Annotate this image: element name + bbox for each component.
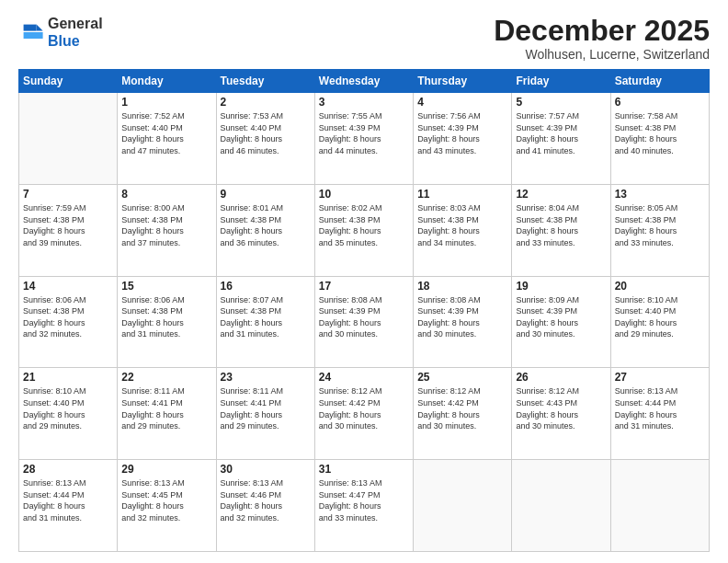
table-row: 8Sunrise: 8:00 AMSunset: 4:38 PMDaylight… — [118, 184, 216, 276]
header: General Blue December 2025 Wolhusen, Luc… — [18, 15, 710, 62]
day-info: Sunrise: 7:52 AMSunset: 4:40 PMDaylight:… — [121, 110, 211, 156]
table-row: 26Sunrise: 8:12 AMSunset: 4:43 PMDayligh… — [512, 368, 610, 460]
day-number: 13 — [615, 188, 705, 201]
day-info: Sunrise: 8:04 AMSunset: 4:38 PMDaylight:… — [516, 202, 606, 248]
calendar-week-row: 28Sunrise: 8:13 AMSunset: 4:44 PMDayligh… — [19, 460, 710, 552]
day-number: 16 — [221, 280, 311, 293]
table-row: 1Sunrise: 7:52 AMSunset: 4:40 PMDaylight… — [118, 93, 216, 185]
day-number: 8 — [121, 188, 211, 201]
table-row: 20Sunrise: 8:10 AMSunset: 4:40 PMDayligh… — [610, 276, 709, 368]
table-row: 23Sunrise: 8:11 AMSunset: 4:41 PMDayligh… — [216, 368, 314, 460]
day-info: Sunrise: 8:13 AMSunset: 4:44 PMDaylight:… — [615, 385, 705, 431]
day-number: 19 — [516, 280, 606, 293]
table-row: 4Sunrise: 7:56 AMSunset: 4:39 PMDaylight… — [414, 93, 512, 185]
day-number: 26 — [516, 371, 606, 384]
table-row — [19, 93, 118, 185]
table-row: 13Sunrise: 8:05 AMSunset: 4:38 PMDayligh… — [610, 184, 709, 276]
table-row: 17Sunrise: 8:08 AMSunset: 4:39 PMDayligh… — [314, 276, 413, 368]
day-info: Sunrise: 8:10 AMSunset: 4:40 PMDaylight:… — [615, 294, 705, 340]
day-number: 11 — [417, 188, 507, 201]
day-info: Sunrise: 8:13 AMSunset: 4:47 PMDaylight:… — [319, 477, 409, 523]
table-row: 14Sunrise: 8:06 AMSunset: 4:38 PMDayligh… — [19, 276, 118, 368]
col-friday: Friday — [512, 70, 610, 93]
day-number: 18 — [417, 280, 507, 293]
day-number: 2 — [221, 96, 311, 109]
day-number: 25 — [417, 371, 507, 384]
day-info: Sunrise: 8:11 AMSunset: 4:41 PMDaylight:… — [221, 385, 311, 431]
table-row: 9Sunrise: 8:01 AMSunset: 4:38 PMDaylight… — [216, 184, 314, 276]
day-info: Sunrise: 8:08 AMSunset: 4:39 PMDaylight:… — [319, 294, 409, 340]
location-subtitle: Wolhusen, Lucerne, Switzerland — [494, 47, 710, 62]
col-saturday: Saturday — [610, 70, 709, 93]
table-row: 10Sunrise: 8:02 AMSunset: 4:38 PMDayligh… — [314, 184, 413, 276]
table-row: 28Sunrise: 8:13 AMSunset: 4:44 PMDayligh… — [19, 460, 118, 552]
day-number: 29 — [121, 463, 211, 476]
day-number: 24 — [319, 371, 409, 384]
svg-rect-1 — [24, 25, 37, 31]
table-row: 19Sunrise: 8:09 AMSunset: 4:39 PMDayligh… — [512, 276, 610, 368]
calendar-week-row: 7Sunrise: 7:59 AMSunset: 4:38 PMDaylight… — [19, 184, 710, 276]
day-info: Sunrise: 8:13 AMSunset: 4:45 PMDaylight:… — [121, 477, 211, 523]
day-info: Sunrise: 7:58 AMSunset: 4:38 PMDaylight:… — [615, 110, 705, 156]
table-row: 7Sunrise: 7:59 AMSunset: 4:38 PMDaylight… — [19, 184, 118, 276]
day-number: 23 — [221, 371, 311, 384]
day-number: 4 — [417, 96, 507, 109]
logo: General Blue — [18, 15, 103, 50]
day-info: Sunrise: 8:02 AMSunset: 4:38 PMDaylight:… — [319, 202, 409, 248]
day-info: Sunrise: 8:12 AMSunset: 4:43 PMDaylight:… — [516, 385, 606, 431]
day-number: 28 — [23, 463, 113, 476]
day-number: 3 — [319, 96, 409, 109]
day-info: Sunrise: 7:57 AMSunset: 4:39 PMDaylight:… — [516, 110, 606, 156]
logo-text: General Blue — [48, 15, 103, 50]
day-info: Sunrise: 8:10 AMSunset: 4:40 PMDaylight:… — [23, 385, 113, 431]
day-number: 12 — [516, 188, 606, 201]
day-info: Sunrise: 7:55 AMSunset: 4:39 PMDaylight:… — [319, 110, 409, 156]
table-row: 24Sunrise: 8:12 AMSunset: 4:42 PMDayligh… — [314, 368, 413, 460]
day-info: Sunrise: 8:06 AMSunset: 4:38 PMDaylight:… — [23, 294, 113, 340]
day-number: 7 — [23, 188, 113, 201]
table-row: 12Sunrise: 8:04 AMSunset: 4:38 PMDayligh… — [512, 184, 610, 276]
logo-general: General — [48, 16, 103, 31]
col-thursday: Thursday — [414, 70, 512, 93]
table-row: 21Sunrise: 8:10 AMSunset: 4:40 PMDayligh… — [19, 368, 118, 460]
calendar-week-row: 14Sunrise: 8:06 AMSunset: 4:38 PMDayligh… — [19, 276, 710, 368]
day-number: 21 — [23, 371, 113, 384]
day-info: Sunrise: 8:05 AMSunset: 4:38 PMDaylight:… — [615, 202, 705, 248]
table-row: 31Sunrise: 8:13 AMSunset: 4:47 PMDayligh… — [314, 460, 413, 552]
day-number: 5 — [516, 96, 606, 109]
day-info: Sunrise: 7:56 AMSunset: 4:39 PMDaylight:… — [417, 110, 507, 156]
col-monday: Monday — [118, 70, 216, 93]
table-row: 30Sunrise: 8:13 AMSunset: 4:46 PMDayligh… — [216, 460, 314, 552]
day-number: 20 — [615, 280, 705, 293]
day-info: Sunrise: 8:06 AMSunset: 4:38 PMDaylight:… — [121, 294, 211, 340]
page: General Blue December 2025 Wolhusen, Luc… — [0, 0, 728, 563]
day-number: 22 — [121, 371, 211, 384]
table-row — [414, 460, 512, 552]
logo-icon — [18, 19, 44, 45]
calendar-header-row: Sunday Monday Tuesday Wednesday Thursday… — [19, 70, 710, 93]
table-row: 25Sunrise: 8:12 AMSunset: 4:42 PMDayligh… — [414, 368, 512, 460]
day-info: Sunrise: 8:12 AMSunset: 4:42 PMDaylight:… — [417, 385, 507, 431]
col-wednesday: Wednesday — [314, 70, 413, 93]
table-row — [512, 460, 610, 552]
calendar-week-row: 1Sunrise: 7:52 AMSunset: 4:40 PMDaylight… — [19, 93, 710, 185]
table-row: 6Sunrise: 7:58 AMSunset: 4:38 PMDaylight… — [610, 93, 709, 185]
table-row: 11Sunrise: 8:03 AMSunset: 4:38 PMDayligh… — [414, 184, 512, 276]
day-number: 31 — [319, 463, 409, 476]
day-info: Sunrise: 8:11 AMSunset: 4:41 PMDaylight:… — [121, 385, 211, 431]
day-info: Sunrise: 7:53 AMSunset: 4:40 PMDaylight:… — [221, 110, 311, 156]
table-row: 27Sunrise: 8:13 AMSunset: 4:44 PMDayligh… — [610, 368, 709, 460]
day-info: Sunrise: 8:00 AMSunset: 4:38 PMDaylight:… — [121, 202, 211, 248]
day-info: Sunrise: 8:08 AMSunset: 4:39 PMDaylight:… — [417, 294, 507, 340]
month-title: December 2025 — [494, 15, 710, 47]
table-row: 16Sunrise: 8:07 AMSunset: 4:38 PMDayligh… — [216, 276, 314, 368]
table-row: 2Sunrise: 7:53 AMSunset: 4:40 PMDaylight… — [216, 93, 314, 185]
table-row — [610, 460, 709, 552]
svg-rect-2 — [24, 32, 43, 39]
day-number: 10 — [319, 188, 409, 201]
day-info: Sunrise: 8:13 AMSunset: 4:46 PMDaylight:… — [221, 477, 311, 523]
day-info: Sunrise: 8:09 AMSunset: 4:39 PMDaylight:… — [516, 294, 606, 340]
title-block: December 2025 Wolhusen, Lucerne, Switzer… — [494, 15, 710, 62]
day-number: 15 — [121, 280, 211, 293]
logo-blue: Blue — [48, 33, 80, 49]
